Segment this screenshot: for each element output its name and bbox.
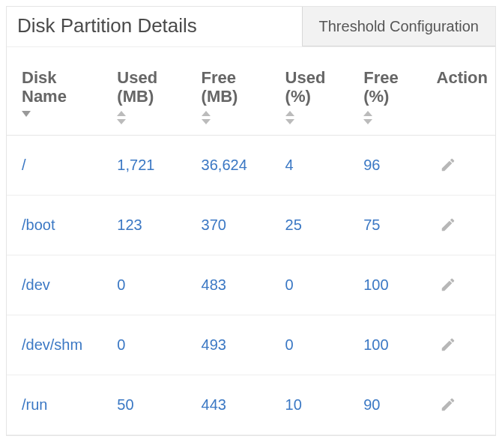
cell-disk-name: /dev/shm [7, 315, 102, 375]
pencil-icon [440, 336, 456, 353]
disk-table: Disk Name Used (MB) Free (MB) [7, 47, 495, 435]
sort-desc-icon [22, 111, 94, 117]
cell-used-pct: 4 [270, 135, 349, 195]
column-label: Disk Name [22, 68, 67, 106]
svg-marker-3 [202, 111, 211, 116]
table-row: /dev04830100 [7, 255, 495, 315]
svg-marker-8 [363, 119, 372, 124]
cell-free-mb: 493 [187, 315, 270, 375]
panel-header: Disk Partition Details Threshold Configu… [7, 7, 495, 47]
cell-free-pct: 100 [348, 255, 421, 315]
cell-free-pct: 96 [348, 135, 421, 195]
cell-used-pct: 0 [270, 255, 349, 315]
cell-action [422, 315, 495, 375]
threshold-configuration-button[interactable]: Threshold Configuration [302, 7, 495, 46]
cell-free-pct: 90 [348, 375, 421, 435]
cell-disk-name: /run [7, 375, 102, 435]
table-row: /run504431090 [7, 375, 495, 435]
cell-used-mb: 0 [102, 255, 186, 315]
edit-button[interactable] [437, 154, 459, 176]
cell-used-pct: 0 [270, 315, 349, 375]
svg-marker-1 [117, 111, 126, 116]
cell-action [422, 255, 495, 315]
pencil-icon [440, 396, 456, 413]
column-header-used-pct[interactable]: Used (%) [270, 47, 349, 135]
svg-marker-0 [22, 111, 31, 117]
edit-button[interactable] [437, 393, 459, 416]
edit-button[interactable] [437, 333, 459, 356]
page-title: Disk Partition Details [7, 7, 302, 46]
cell-disk-name: /boot [7, 195, 102, 255]
column-label: Free (MB) [202, 68, 238, 106]
pencil-icon [440, 276, 456, 293]
column-label: Action [437, 68, 488, 87]
cell-used-mb: 0 [102, 315, 186, 375]
cell-free-mb: 370 [187, 195, 270, 255]
cell-action [422, 375, 495, 435]
sort-both-icon [285, 111, 342, 124]
edit-button[interactable] [437, 273, 459, 296]
disk-link[interactable]: /dev [22, 276, 50, 293]
disk-link[interactable]: /dev/shm [22, 336, 82, 353]
cell-used-mb: 123 [102, 195, 186, 255]
column-label: Used (%) [285, 68, 326, 106]
table-row: /1,72136,624496 [7, 135, 495, 195]
cell-action [422, 135, 495, 195]
cell-free-mb: 483 [187, 255, 270, 315]
table-header-row: Disk Name Used (MB) Free (MB) [7, 47, 495, 135]
pencil-icon [440, 217, 456, 233]
svg-marker-2 [117, 119, 126, 124]
column-header-free-pct[interactable]: Free (%) [348, 47, 421, 135]
table-row: /dev/shm04930100 [7, 315, 495, 375]
cell-used-mb: 50 [102, 375, 186, 435]
disk-link[interactable]: / [22, 157, 26, 173]
svg-marker-7 [363, 111, 372, 116]
cell-used-pct: 25 [270, 195, 349, 255]
cell-free-mb: 36,624 [187, 135, 270, 195]
column-header-used-mb[interactable]: Used (MB) [102, 47, 186, 135]
disk-partition-panel: Disk Partition Details Threshold Configu… [6, 6, 496, 436]
column-header-action: Action [422, 47, 495, 135]
column-header-free-mb[interactable]: Free (MB) [187, 47, 270, 135]
cell-disk-name: /dev [7, 255, 102, 315]
cell-disk-name: / [7, 135, 102, 195]
column-header-disk-name[interactable]: Disk Name [7, 47, 102, 135]
svg-marker-6 [285, 119, 294, 124]
cell-free-mb: 443 [187, 375, 270, 435]
cell-used-mb: 1,721 [102, 135, 186, 195]
sort-both-icon [117, 111, 178, 124]
cell-action [422, 195, 495, 255]
cell-free-pct: 100 [348, 315, 421, 375]
pencil-icon [440, 157, 456, 173]
cell-free-pct: 75 [348, 195, 421, 255]
cell-used-pct: 10 [270, 375, 349, 435]
sort-both-icon [202, 111, 263, 124]
edit-button[interactable] [437, 214, 459, 236]
column-label: Free (%) [363, 68, 398, 106]
column-label: Used (MB) [117, 68, 157, 106]
disk-link[interactable]: /boot [22, 217, 55, 233]
sort-both-icon [363, 111, 414, 124]
svg-marker-4 [202, 119, 211, 124]
svg-marker-5 [285, 111, 294, 116]
table-row: /boot1233702575 [7, 195, 495, 255]
disk-link[interactable]: /run [22, 396, 47, 413]
